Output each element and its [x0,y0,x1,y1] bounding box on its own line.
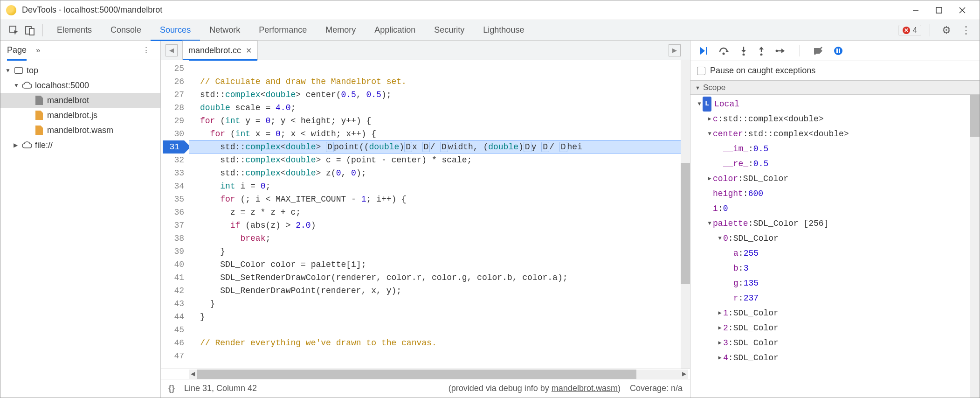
debugger-toolbar [690,41,980,61]
close-tab-icon[interactable]: ✕ [246,46,252,55]
tree-file-mandelbrot-js[interactable]: mandelbrot.js [0,108,160,123]
svg-point-8 [723,52,725,55]
cloud-icon [22,80,32,91]
scope-row[interactable]: LLocal [690,97,980,112]
frame-icon [14,67,23,74]
sidebar-more-tabs-icon[interactable]: » [36,46,40,55]
tab-elements[interactable]: Elements [48,20,101,41]
divider [42,24,43,36]
deactivate-breakpoints-button[interactable] [813,46,823,56]
tab-sources[interactable]: Sources [151,20,200,41]
device-toolbar-icon[interactable] [22,22,38,38]
tree-host[interactable]: ▼localhost:5000 [0,78,160,93]
scope-row[interactable]: 2: SDL_Color [690,321,980,335]
horizontal-scrollbar[interactable]: ◀ ▶ [189,370,688,379]
scope-row[interactable]: a: 255 [690,246,980,261]
scope-row[interactable]: center: std::complex<double> [690,126,980,141]
sidebar-kebab-icon[interactable]: ⋮ [138,42,154,58]
step-out-button[interactable] [758,46,765,56]
scope-row[interactable]: c: std::complex<double> [690,112,980,126]
scope-header[interactable]: ▼Scope [690,81,980,95]
scope-row[interactable]: b: 3 [690,261,980,276]
minimize-button[interactable] [904,3,927,18]
resume-button[interactable] [699,46,708,56]
scope-row[interactable]: color: SDL_Color [690,171,980,186]
coverage-status: Coverage: n/a [630,384,683,393]
svg-rect-18 [839,49,840,53]
tree-file-mandelbrot[interactable]: mandelbrot [0,93,160,108]
pause-caught-label: Pause on caught exceptions [710,66,815,76]
tree-file-proto[interactable]: ▶file:// [0,138,160,153]
scope-row[interactable]: 4: SDL_Color [690,350,980,365]
main-tabs-bar: ElementsConsoleSourcesNetworkPerformance… [0,20,980,41]
wasm-file-icon [35,126,43,135]
svg-point-14 [776,49,778,52]
tab-console[interactable]: Console [101,20,151,41]
scope-row[interactable]: 3: SDL_Color [690,335,980,350]
nav-fwd-icon[interactable]: ▶ [669,44,681,56]
scope-row[interactable]: 1: SDL_Color [690,306,980,321]
pause-caught-checkbox[interactable] [697,67,705,75]
pretty-print-icon[interactable]: {} [168,384,175,393]
nav-back-icon[interactable]: ◀ [166,44,178,56]
errors-badge[interactable]: ✕4 [898,25,921,36]
scope-row[interactable]: __re_: 0.5 [690,156,980,171]
tab-security[interactable]: Security [425,20,474,41]
code-content[interactable]: // Calculate and draw the Mandelbrot set… [189,60,690,369]
maximize-button[interactable] [927,3,951,18]
svg-rect-17 [836,49,838,53]
tab-memory[interactable]: Memory [316,20,365,41]
tree-top[interactable]: ▼top [0,63,160,78]
step-over-button[interactable] [718,46,730,56]
scope-tree[interactable]: LLocalc: std::complex<double>center: std… [690,95,980,398]
svg-rect-6 [29,28,34,35]
scroll-right-icon[interactable]: ▶ [682,370,686,377]
titlebar: DevTools - localhost:5000/mandelbrot [0,0,980,20]
scope-row[interactable]: r: 237 [690,291,980,306]
settings-gear-icon[interactable]: ⚙ [939,22,954,38]
file-icon [35,96,43,105]
debug-source-link[interactable]: mandelbrot.wasm [552,384,618,393]
inspect-element-icon[interactable] [6,22,22,38]
debugger-panel: Pause on caught exceptions ▼Scope LLocal… [690,41,980,398]
scope-scrollbar[interactable] [970,95,980,398]
svg-point-10 [743,53,745,56]
tab-performance[interactable]: Performance [249,20,316,41]
scope-row[interactable]: palette: SDL_Color [256] [690,216,980,231]
scope-row[interactable]: 0: SDL_Color [690,231,980,246]
pause-on-caught-row[interactable]: Pause on caught exceptions [690,61,980,81]
step-into-button[interactable] [740,46,747,56]
debug-info-source: (provided via debug info by mandelbrot.w… [449,384,621,393]
tab-application[interactable]: Application [365,20,425,41]
svg-point-16 [834,47,842,55]
scope-row[interactable]: height: 600 [690,186,980,201]
scroll-left-icon[interactable]: ◀ [191,370,195,377]
scope-row[interactable]: i: 0 [690,201,980,216]
close-button[interactable] [951,3,974,18]
pause-exceptions-button[interactable] [834,46,843,56]
vertical-scrollbar[interactable] [681,60,690,369]
line-gutter[interactable]: 2526272829303132333435363738394041424344… [161,60,189,369]
js-file-icon [35,111,43,120]
tree-file-mandelbrot-wasm[interactable]: mandelbrot.wasm [0,123,160,138]
status-bar: {} Line 31, Column 42 (provided via debu… [161,379,690,398]
tab-network[interactable]: Network [200,20,249,41]
error-count: 4 [913,26,917,35]
svg-point-12 [760,53,763,56]
code-area[interactable]: 2526272829303132333435363738394041424344… [161,60,690,369]
editor-tab-mandelbrot-cc[interactable]: mandelbrot.cc✕ [182,41,258,60]
step-button[interactable] [775,47,787,55]
sidebar-tab-page[interactable]: Page [7,41,27,60]
scope-row[interactable]: __im_: 0.5 [690,141,980,156]
editor-panel: ◀ mandelbrot.cc✕ ▶ 252627282930313233343… [161,41,690,398]
more-menu-icon[interactable]: ⋮ [958,22,974,38]
error-dot-icon: ✕ [903,27,910,34]
divider [930,24,930,36]
scope-row[interactable]: g: 135 [690,276,980,291]
cloud-icon [22,140,32,150]
window-title: DevTools - localhost:5000/mandelbrot [22,5,162,15]
sidebar: Page » ⋮ ▼top ▼localhost:5000 mandelbrot… [0,41,161,398]
devtools-logo-icon [6,5,16,15]
tab-lighthouse[interactable]: Lighthouse [474,20,533,41]
cursor-position: Line 31, Column 42 [184,384,257,393]
